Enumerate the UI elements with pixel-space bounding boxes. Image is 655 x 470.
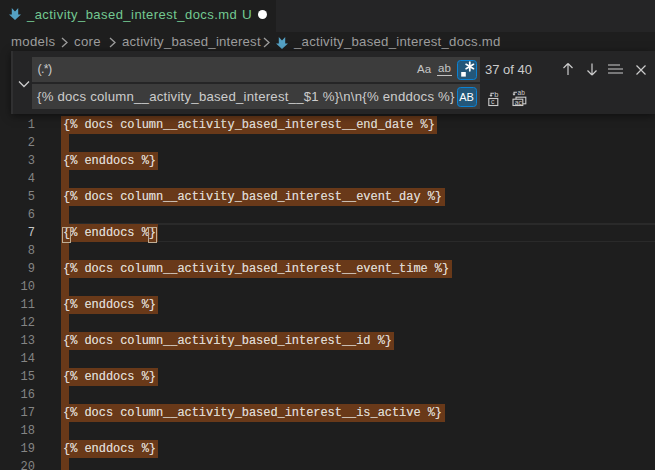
svg-text:c: c [491, 98, 495, 105]
svg-text:ac: ac [515, 98, 523, 105]
svg-text:b: b [494, 90, 498, 99]
svg-text:ab: ab [518, 90, 526, 96]
